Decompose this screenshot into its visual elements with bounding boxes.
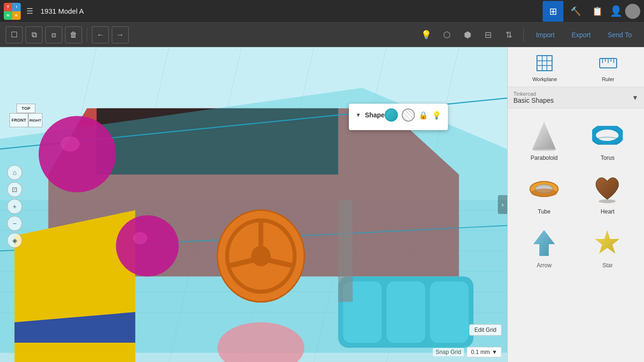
shape-tool-button[interactable]: ⬡ — [438, 26, 455, 43]
secondary-toolbar: ☐ ⧉ ⧈ 🗑 ← → 💡 ⬡ ⬢ ⊟ ⇅ Import Export Send… — [0, 23, 644, 47]
ruler-button[interactable]: Ruler — [597, 52, 619, 82]
sendto-button[interactable]: Send To — [601, 28, 638, 41]
fit-view-button[interactable]: ⊡ — [7, 182, 22, 197]
arrow-preview — [528, 226, 561, 259]
home-view-button[interactable]: ⌂ — [7, 165, 22, 180]
zoom-in-button[interactable]: + — [7, 199, 22, 214]
workplane-button[interactable]: Workplane — [532, 52, 557, 82]
solid-shape-button[interactable] — [385, 108, 398, 122]
shape-item-paraboloid[interactable]: Paraboloid — [512, 113, 576, 167]
toolbar-separator-2 — [523, 28, 524, 42]
user-avatar[interactable] — [625, 4, 640, 19]
project-title: 1931 Model A — [41, 7, 539, 15]
paraboloid-preview — [528, 119, 561, 152]
logo-t: T — [4, 3, 12, 11]
svg-point-23 — [116, 215, 179, 277]
grid-view-button[interactable]: ⊞ — [543, 1, 563, 22]
svg-rect-37 — [537, 56, 552, 71]
toolbar-right-actions: 💡 ⬡ ⬢ ⊟ ⇅ Import Export Send To — [418, 26, 638, 43]
cube-face-front[interactable]: FRONT — [9, 113, 28, 127]
ruler-icon — [597, 52, 619, 74]
gallery-icon: 📋 — [592, 6, 603, 16]
cube-face-top[interactable]: TOP — [17, 104, 35, 113]
torus-preview — [591, 119, 624, 152]
shape-panel-controls: 🔒 💡 — [385, 108, 441, 122]
redo-button[interactable]: → — [112, 26, 129, 43]
light-icon[interactable]: 💡 — [432, 111, 441, 120]
star-preview — [591, 226, 624, 259]
3d-scene — [0, 47, 507, 362]
toolbar-separator — [87, 28, 87, 42]
library-section-title: Basic Shapes — [513, 97, 554, 104]
torus-label: Torus — [601, 155, 614, 161]
logo-i: I — [12, 3, 21, 11]
svg-point-54 — [531, 189, 557, 197]
library-section-label: Tinkercad — [513, 91, 554, 97]
navigation-controls: ⌂ ⊡ + − ◈ — [7, 165, 22, 248]
svg-point-55 — [599, 199, 616, 203]
undo-button[interactable]: ← — [92, 26, 109, 43]
shape-item-star[interactable]: Star — [576, 221, 640, 274]
logo-k: K — [12, 11, 21, 20]
workplane-label: Workplane — [532, 76, 557, 82]
shapes-grid: Paraboloid Torus — [508, 108, 644, 279]
export-button[interactable]: Export — [565, 28, 597, 41]
svg-rect-34 — [430, 281, 469, 343]
delete-button[interactable]: 🗑 — [65, 26, 82, 43]
3d-viewport[interactable]: TOP FRONT RIGHT ⌂ ⊡ + − ◈ ▼ Shape 🔒 💡 — [0, 47, 507, 362]
duplicate-button[interactable]: ⧈ — [45, 26, 62, 43]
edit-grid-button[interactable]: Edit Grid — [469, 324, 502, 336]
shape-item-heart[interactable]: Heart — [576, 167, 640, 221]
snap-value-button[interactable]: 0.1 mm ▼ — [467, 347, 502, 357]
shape-item-arrow[interactable]: Arrow — [512, 221, 576, 274]
zoom-out-button[interactable]: − — [7, 216, 22, 231]
perspective-button[interactable]: ◈ — [7, 233, 22, 248]
build-mode-button[interactable]: 🔨 — [566, 2, 585, 21]
snap-value: 0.1 mm — [471, 349, 490, 355]
align-tool-button[interactable]: ⊟ — [480, 26, 497, 43]
navigation-cube[interactable]: TOP FRONT RIGHT — [9, 104, 42, 137]
star-label: Star — [603, 262, 613, 269]
light-bulb-button[interactable]: 💡 — [418, 26, 435, 43]
library-section-info: Tinkercad Basic Shapes — [513, 91, 554, 104]
gallery-button[interactable]: 📋 — [588, 2, 607, 21]
svg-rect-36 — [338, 200, 353, 302]
import-button[interactable]: Import — [529, 28, 561, 41]
cube-face-right[interactable]: RIGHT — [28, 113, 42, 127]
topbar-right: ⊞ 🔨 📋 👤 — [543, 1, 640, 22]
user-area[interactable]: 👤 — [610, 4, 640, 19]
heart-label: Heart — [601, 208, 614, 215]
hole-shape-button[interactable] — [402, 108, 415, 122]
svg-marker-57 — [595, 230, 619, 254]
tube-label: Tube — [538, 208, 551, 215]
new-button[interactable]: ☐ — [6, 26, 23, 43]
svg-point-50 — [593, 127, 621, 144]
shape-item-torus[interactable]: Torus — [576, 113, 640, 167]
tube-preview — [528, 173, 561, 206]
shape-panel-header: ▼ Shape 🔒 💡 — [355, 108, 441, 122]
grid-icon: ⊞ — [549, 6, 557, 17]
main-area: TOP FRONT RIGHT ⌂ ⊡ + − ◈ ▼ Shape 🔒 💡 — [0, 47, 644, 362]
shape-panel-title: Shape — [365, 111, 385, 119]
cut-tool-button[interactable]: ⬢ — [459, 26, 476, 43]
snap-grid-area: Snap Grid 0.1 mm ▼ — [433, 347, 502, 357]
list-icon[interactable]: ☰ — [26, 7, 33, 16]
svg-rect-33 — [387, 281, 425, 343]
shape-panel-collapse[interactable]: ▼ — [355, 112, 361, 118]
viewport-expand-button[interactable]: › — [498, 195, 507, 214]
logo-n: N — [4, 11, 12, 20]
svg-point-21 — [39, 116, 116, 192]
build-icon: 🔨 — [570, 6, 581, 16]
library-section-header: Tinkercad Basic Shapes ▼ — [508, 87, 644, 108]
library-dropdown-icon[interactable]: ▼ — [632, 94, 638, 101]
mirror-tool-button[interactable]: ⇅ — [501, 26, 518, 43]
svg-marker-48 — [532, 122, 556, 149]
lock-icon[interactable]: 🔒 — [419, 111, 428, 120]
copy-button[interactable]: ⧉ — [25, 26, 42, 43]
ruler-label: Ruler — [602, 76, 614, 82]
right-panel: Workplane Ruler — [507, 47, 644, 362]
shape-item-tube[interactable]: Tube — [512, 167, 576, 221]
workplane-icon — [533, 52, 556, 74]
tinkercad-logo[interactable]: T I N K — [4, 3, 21, 20]
top-bar: T I N K ☰ 1931 Model A ⊞ 🔨 📋 👤 — [0, 0, 644, 23]
